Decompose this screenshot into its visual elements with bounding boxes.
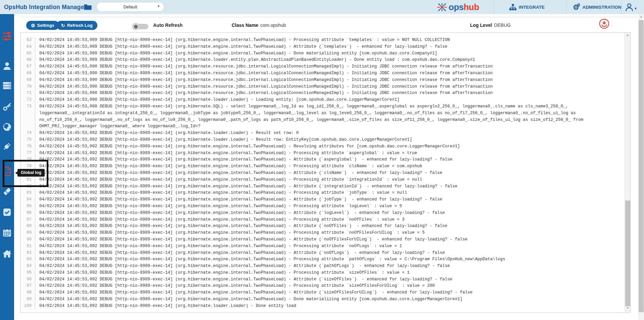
log-line-number: 78 [20,156,35,163]
sidebar-item-cleanup[interactable] [2,187,12,196]
log-line-text: 04/02/2024 14:45:53,092 DEBUG [http-nio-… [35,183,630,190]
log-line: 7404/02/2024 14:45:53,092 DEBUG [http-ni… [20,130,630,137]
eraser-icon [2,187,12,196]
user-menu[interactable]: ▾ [625,2,637,12]
log-line-text: 04/02/2024 14:45:53,092 DEBUG [http-nio-… [35,137,630,143]
header-divider [566,0,566,14]
log-line: 9304/02/2024 14:45:53,092 DEBUG [http-ni… [20,256,630,263]
user-icon [2,61,12,71]
log-scrollbar-thumb[interactable] [625,200,630,306]
class-name-label: Class Name [232,22,258,28]
log-line-number: 99 [20,296,35,303]
sliders-icon [2,32,12,41]
log-line: 9004/02/2024 14:45:53,092 DEBUG [http-ni… [20,236,630,243]
log-line-text: 04/02/2024 14:45:53,092 DEBUG [http-nio-… [35,196,630,203]
log-line-number: 83 [20,190,35,196]
log-scrollbar[interactable]: ▲ ▼ [625,33,630,312]
download-log-button[interactable] [599,18,609,29]
log-line: 9204/02/2024 14:45:53,092 DEBUG [http-ni… [20,250,630,257]
log-line-number: 91 [20,243,35,250]
log-line-number: 81 [20,177,35,183]
log-line: 8904/02/2024 14:45:53,092 DEBUG [http-ni… [20,230,630,236]
sidebar-item-globe[interactable] [2,122,12,132]
log-line-text: 04/02/2024 14:45:53,092 DEBUG [http-nio-… [35,283,630,289]
log-line: 9704/02/2024 14:45:53,092 DEBUG [http-ni… [20,283,630,289]
global-log-tooltip: Global log [17,169,45,177]
log-line-text: 04/02/2024 14:45:53,092 DEBUG [http-nio-… [35,143,630,150]
log-level-value: DEBUG [494,22,511,28]
sidebar-item-global-log[interactable]: </> [2,166,12,176]
log-line-number: 68 [20,70,35,77]
log-line-number: 66 [20,57,35,63]
log-line-text: 04/02/2024 14:45:53,092 DEBUG [http-nio-… [35,130,630,137]
page-title: OpsHub Integration Manager [4,0,86,14]
log-line-number: 71 [20,90,35,97]
log-line-number: 64 [20,44,35,50]
log-line-number: 92 [20,250,35,257]
log-line-text: 04/02/2024 14:45:53,092 DEBUG [http-nio-… [35,256,630,263]
log-line: 8704/02/2024 14:45:53,092 DEBUG [http-ni… [20,217,630,223]
log-line: 7904/02/2024 14:45:53,092 DEBUG [http-ni… [20,163,630,170]
log-line-text: 04/02/2024 14:45:53,092 DEBUG [http-nio-… [35,203,630,210]
nav-administration[interactable]: ⚙⚙ ADMINISTRATION [573,0,622,14]
calendar-icon [2,228,12,237]
log-line-number: 82 [20,183,35,190]
class-name-field: Class Namecom.opshub [232,22,286,28]
log-line: 10004/02/2024 14:45:53,092 DEBUG [http-n… [20,303,630,310]
sidebar-item-home[interactable] [2,249,12,259]
log-line: 7504/02/2024 14:45:53,092 DEBUG [http-ni… [20,137,630,143]
refresh-log-button[interactable]: ↻ Refresh Log [56,21,97,30]
log-line-number: 73 [20,103,35,130]
sidebar-item-servers[interactable] [2,81,12,90]
nav-integrate[interactable]: INTEGRATE [509,0,545,14]
log-level-label: Log Level [470,22,492,28]
settings-button[interactable]: ⚙ Settings [26,21,59,30]
log-line-text: 04/02/2024 14:45:53,092 DEBUG [http-nio-… [35,289,630,296]
log-line: 7104/02/2024 14:45:53,090 DEBUG [http-ni… [20,90,630,97]
auto-refresh-label: Auto Refresh [153,22,183,28]
log-line-text: 04/02/2024 14:45:53,092 DEBUG [http-nio-… [35,263,630,270]
log-line-number: 86 [20,210,35,217]
scroll-down-arrow[interactable]: ▼ [625,306,631,311]
auto-refresh-toggle[interactable] [133,24,148,29]
sidebar-item-sliders[interactable] [2,32,12,41]
log-line-number: 75 [20,137,35,143]
sidebar-item-tasks[interactable] [2,208,12,217]
svg-text:</>: </> [5,171,10,174]
gears-icon: ⚙⚙ [573,4,581,11]
scroll-up-arrow[interactable]: ▲ [625,33,631,38]
log-line: 8104/02/2024 14:45:53,092 DEBUG [http-ni… [20,177,630,183]
sidebar-item-integrations[interactable] [2,142,12,151]
log-line-text: 04/02/2024 14:45:53,092 DEBUG [http-nio-… [35,217,630,223]
log-line-number: 63 [20,37,35,44]
log-line: 6904/02/2024 14:45:53,090 DEBUG [http-ni… [20,77,630,84]
log-line-number: 69 [20,77,35,84]
workspace-dropdown[interactable]: Default ▾ [96,2,164,12]
log-line: 6604/02/2024 14:45:53,089 DEBUG [http-ni… [20,57,630,63]
download-icon [599,18,609,29]
sidebar-item-users[interactable] [2,61,12,71]
log-line-text: 04/02/2024 14:45:53,090 DEBUG [http-nio-… [35,84,630,90]
window-scrollbar-thumb[interactable] [639,20,644,312]
globe-icon [2,122,12,132]
log-line-number: 93 [20,256,35,263]
log-viewer[interactable]: 6304/02/2024 14:45:53,089 DEBUG [http-ni… [20,32,631,313]
log-line-number: 85 [20,203,35,210]
log-line-number: 95 [20,270,35,276]
log-line-text: 04/02/2024 14:45:53,089 DEBUG [http-nio-… [35,50,630,57]
folder-icon[interactable] [83,3,92,11]
sidebar-item-keys[interactable] [2,102,12,111]
sidebar-item-scheduler[interactable] [2,228,12,237]
window-scrollbar[interactable]: ▲ [638,14,644,320]
opshub-log-viewer-page: OpsHub Integration Manager Default ▾ [0,0,644,320]
sitemap-icon [509,3,517,11]
log-line-text: 04/02/2024 14:45:53,092 DEBUG [http-nio-… [35,170,630,177]
log-line-text: 04/02/2024 14:45:53,092 DEBUG [http-nio-… [35,163,630,170]
log-line-text: 04/02/2024 14:45:53,090 DEBUG [http-nio-… [35,90,630,97]
scroll-up-arrow[interactable]: ▲ [638,14,644,19]
log-line-number: 67 [20,63,35,70]
refresh-icon: ↻ [61,23,65,28]
log-line-text: 04/02/2024 14:45:53,092 DEBUG [http-nio-… [35,303,630,310]
log-line: 8204/02/2024 14:45:53,092 DEBUG [http-ni… [20,183,630,190]
server-icon [2,81,12,90]
